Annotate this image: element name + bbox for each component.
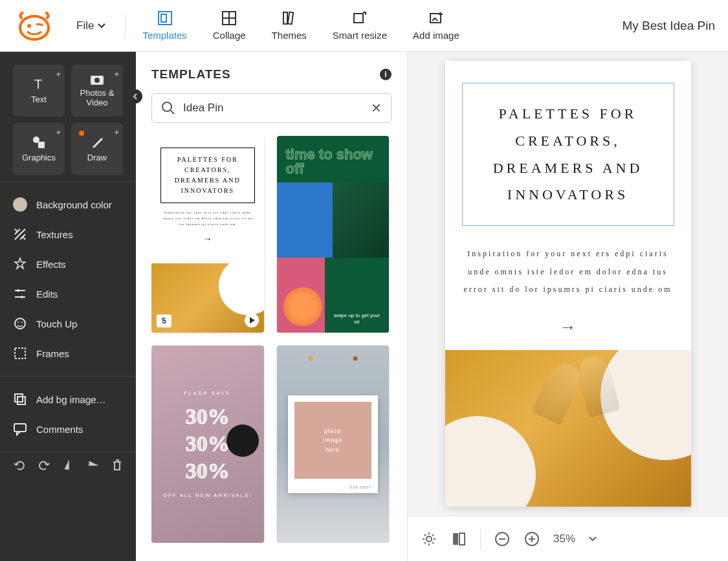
graphics-tile[interactable]: + Graphics xyxy=(13,123,65,175)
themes-tool[interactable]: Themes xyxy=(267,8,312,43)
effects-icon xyxy=(13,257,27,271)
sidebar-item-effects[interactable]: Effects xyxy=(0,249,136,279)
template-thumb[interactable]: PALETTES FOR CREATORS, DREAMERS AND INNO… xyxy=(151,136,264,333)
sidebar-item-edits[interactable]: Edits xyxy=(0,279,136,309)
smart-resize-label: Smart resize xyxy=(333,30,387,41)
sidebar-item-frames[interactable]: Frames xyxy=(0,338,136,368)
thumb-caption: OFF ALL NEW ARRIVALS! xyxy=(163,492,252,498)
collapse-sidebar-button[interactable] xyxy=(128,89,142,104)
collage-icon xyxy=(221,10,237,26)
file-menu[interactable]: File xyxy=(69,14,113,38)
canvas-title: PALETTES FOR CREATORS, DREAMERS AND INNO… xyxy=(473,100,663,208)
sidebar-item-textures[interactable]: Textures xyxy=(0,219,136,249)
text-tile[interactable]: + T Text xyxy=(13,65,65,116)
top-tools: Templates Collage Themes Smart resize Ad… xyxy=(137,8,464,43)
svg-rect-17 xyxy=(38,142,45,148)
sidebar-bottom xyxy=(0,452,136,478)
canvas[interactable]: PALETTES FOR CREATORS, DREAMERS AND INNO… xyxy=(445,61,691,507)
draw-tile-label: Draw xyxy=(87,153,107,162)
svg-rect-27 xyxy=(17,397,25,404)
templates-label: Templates xyxy=(142,30,186,41)
arrow-right-icon[interactable]: → xyxy=(560,317,577,337)
page-count-badge: 5 xyxy=(157,314,171,327)
svg-point-15 xyxy=(94,78,100,83)
svg-point-23 xyxy=(17,322,19,323)
canvas-viewport[interactable]: PALETTES FOR CREATORS, DREAMERS AND INNO… xyxy=(408,52,728,516)
textures-icon xyxy=(13,227,27,241)
svg-rect-33 xyxy=(459,533,465,545)
face-icon xyxy=(13,316,27,331)
comment-icon xyxy=(13,422,27,436)
thumb-percent: 30% xyxy=(186,432,230,456)
thumb-subtitle: Inspiration for your next ers edpi ciari… xyxy=(160,210,255,227)
svg-point-0 xyxy=(20,16,49,39)
template-grid: PALETTES FOR CREATORS, DREAMERS AND INNO… xyxy=(151,136,392,543)
canvas-title-frame[interactable]: PALETTES FOR CREATORS, DREAMERS AND INNO… xyxy=(462,83,674,226)
canvas-area: PALETTES FOR CREATORS, DREAMERS AND INNO… xyxy=(408,52,728,561)
gear-icon[interactable] xyxy=(421,531,437,547)
themes-label: Themes xyxy=(272,30,307,41)
thumb-decoration xyxy=(277,346,390,371)
plus-icon: + xyxy=(114,128,119,137)
color-swatch-icon xyxy=(13,197,27,212)
file-menu-label: File xyxy=(76,19,94,32)
trash-icon[interactable] xyxy=(111,459,123,472)
search-box: ✕ xyxy=(151,93,392,123)
template-thumb[interactable]: FLASH SALE 30% 30% 30% OFF ALL NEW ARRIV… xyxy=(151,346,264,542)
redo-icon[interactable] xyxy=(38,459,50,472)
chevron-down-icon[interactable] xyxy=(588,536,597,542)
photos-tile-label: Photos & Video xyxy=(74,89,120,107)
draw-tile[interactable]: + Draw xyxy=(71,123,123,175)
svg-point-21 xyxy=(21,296,23,298)
sidebar-item-label: Comments xyxy=(36,424,83,435)
flip-vertical-icon[interactable] xyxy=(87,459,100,472)
arrow-right-icon: → xyxy=(160,234,255,244)
zoom-out-icon[interactable] xyxy=(494,531,511,547)
themes-icon xyxy=(281,10,297,26)
info-icon[interactable]: i xyxy=(380,69,392,80)
app-logo xyxy=(13,10,56,42)
chevron-left-icon xyxy=(132,93,138,100)
svg-point-22 xyxy=(15,318,25,329)
photos-tile[interactable]: + Photos & Video xyxy=(71,65,123,116)
sidebar-item-bg-color[interactable]: Background color xyxy=(0,190,136,219)
sidebar-item-label: Edits xyxy=(36,289,58,300)
divider xyxy=(125,13,126,39)
sidebar: + T Text + Photos & Video + Graphics + D… xyxy=(0,52,136,561)
bottom-bar: 35% xyxy=(408,516,728,561)
sidebar-item-touch-up[interactable]: Touch Up xyxy=(0,309,136,338)
graphics-tile-label: Graphics xyxy=(22,153,56,162)
frame-icon xyxy=(13,346,27,360)
zoom-in-icon[interactable] xyxy=(524,531,540,547)
flip-horizontal-icon[interactable] xyxy=(62,459,75,472)
add-image-tool[interactable]: Add image xyxy=(408,8,465,43)
sidebar-item-label: Textures xyxy=(36,229,73,240)
sidebar-item-label: Touch Up xyxy=(36,318,77,329)
doc-title[interactable]: My Best Idea Pin xyxy=(622,19,715,33)
template-thumb[interactable]: place image here 529 2037 xyxy=(277,346,390,542)
svg-rect-32 xyxy=(453,533,458,545)
collage-tool[interactable]: Collage xyxy=(208,8,251,43)
sidebar-item-label: Add bg image… xyxy=(36,394,106,405)
clear-search-icon[interactable]: ✕ xyxy=(371,100,382,116)
canvas-subtitle[interactable]: Inspiration for your next ers edpi ciari… xyxy=(462,245,674,299)
compare-icon[interactable] xyxy=(450,531,467,547)
svg-rect-3 xyxy=(161,14,166,22)
templates-icon xyxy=(157,10,173,26)
sidebar-item-comments[interactable]: Comments xyxy=(0,414,136,444)
topbar: File Templates Collage Themes Smart resi… xyxy=(0,0,728,52)
panel-title: TEMPLATES xyxy=(151,67,231,82)
templates-tool[interactable]: Templates xyxy=(137,8,192,43)
sidebar-item-label: Effects xyxy=(36,259,66,270)
sliders-icon xyxy=(13,287,27,301)
pencil-icon xyxy=(90,135,104,149)
text-tile-label: Text xyxy=(31,95,47,104)
smart-resize-tool[interactable]: Smart resize xyxy=(327,8,392,43)
undo-icon[interactable] xyxy=(13,459,26,472)
template-thumb[interactable]: time to show off swipe up to get your ki… xyxy=(277,136,390,333)
svg-point-31 xyxy=(426,536,432,542)
sidebar-item-add-bg-image[interactable]: Add bg image… xyxy=(0,384,136,414)
search-input[interactable] xyxy=(183,102,363,115)
layers-icon xyxy=(13,392,27,406)
canvas-image[interactable] xyxy=(445,350,691,507)
